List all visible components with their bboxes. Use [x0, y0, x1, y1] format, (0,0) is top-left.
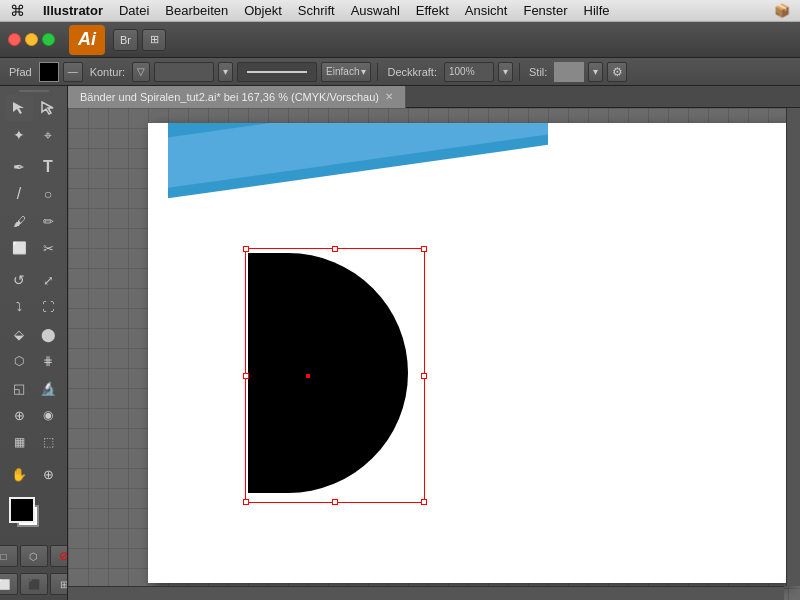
arrange-button[interactable]: ⊞: [142, 29, 166, 51]
half-circle-container: [248, 253, 408, 493]
chevron-down-icon-4: ▾: [593, 66, 598, 77]
separator-2: [519, 63, 520, 81]
shape-builder-tool[interactable]: ⬙: [5, 321, 33, 347]
selection-handle-bottom-center[interactable]: [332, 499, 338, 505]
document-tab[interactable]: Bänder und Spiralen_tut2.ai* bei 167,36 …: [68, 86, 406, 108]
kontur-options-dropdown[interactable]: ▽: [132, 62, 150, 82]
menu-illustrator[interactable]: Illustrator: [35, 3, 111, 18]
eyedropper-tool[interactable]: 🔬: [34, 375, 62, 401]
no-fill-mode-button[interactable]: ⊘: [50, 545, 69, 567]
stil-dropdown[interactable]: ▾: [588, 62, 603, 82]
settings-icon-btn[interactable]: ⚙: [607, 62, 627, 82]
menu-fenster[interactable]: Fenster: [515, 3, 575, 18]
zoom-tool[interactable]: ⊕: [34, 461, 62, 487]
normal-view-button[interactable]: ⬜: [0, 573, 18, 595]
menu-bearbeiten[interactable]: Bearbeiten: [157, 3, 236, 18]
vertical-scrollbar[interactable]: [786, 108, 800, 586]
symbol-sprayer-tool[interactable]: ◉: [34, 402, 62, 428]
stroke-width-input[interactable]: [154, 62, 214, 82]
direct-selection-tool[interactable]: [34, 95, 62, 121]
close-tab-button[interactable]: ✕: [385, 91, 393, 102]
lasso-tool[interactable]: ⌖: [34, 122, 62, 148]
rotate-tool[interactable]: ↺: [5, 267, 33, 293]
scissors-tool[interactable]: ✂: [34, 235, 62, 261]
selection-handle-middle-right[interactable]: [421, 373, 427, 379]
selection-handle-top-right[interactable]: [421, 246, 427, 252]
tool-row-11: ◱ 🔬: [5, 375, 62, 401]
blend-tool[interactable]: ⊕: [5, 402, 33, 428]
opacity-value: 100%: [449, 66, 475, 77]
opacity-input[interactable]: 100%: [444, 62, 494, 82]
stroke-icon-dropdown[interactable]: —: [63, 62, 83, 82]
tool-row-10: ⬡ ⋕: [5, 348, 62, 374]
stil-swatch[interactable]: [554, 62, 584, 82]
paintbrush-tool[interactable]: 🖌: [5, 208, 33, 234]
warp-tool[interactable]: ⤵: [5, 294, 33, 320]
ai-logo: Ai: [69, 25, 105, 55]
canvas-area[interactable]: Bänder und Spiralen_tut2.ai* bei 167,36 …: [68, 86, 800, 600]
maximize-window-button[interactable]: [42, 33, 55, 46]
selection-handle-bottom-left[interactable]: [243, 499, 249, 505]
artboard-tool[interactable]: ⬚: [34, 429, 62, 455]
stroke-width-dropdown[interactable]: ▾: [218, 62, 233, 82]
selection-handle-bottom-right[interactable]: [421, 499, 427, 505]
gradient-tool[interactable]: ◱: [5, 375, 33, 401]
stroke-style-dropdown[interactable]: Einfach ▾: [321, 62, 371, 82]
pencil-icon: ✏: [43, 214, 54, 229]
scale-tool[interactable]: ⤢: [34, 267, 62, 293]
stroke-preview: [237, 62, 317, 82]
magic-wand-tool[interactable]: ✦: [5, 122, 33, 148]
menu-objekt[interactable]: Objekt: [236, 3, 290, 18]
selection-tool[interactable]: [5, 95, 33, 121]
scale-icon: ⤢: [43, 273, 54, 288]
live-paint-tool[interactable]: ⬤: [34, 321, 62, 347]
pen-tool[interactable]: ✒: [5, 154, 33, 180]
free-transform-tool[interactable]: ⛶: [34, 294, 62, 320]
eraser-tool[interactable]: ⬜: [5, 235, 33, 261]
main-area: ✦ ⌖ ✒ T / ○ 🖌: [0, 86, 800, 600]
magic-wand-icon: ✦: [13, 127, 25, 143]
paintbrush-icon: 🖌: [13, 214, 26, 229]
selection-handle-top-left[interactable]: [243, 246, 249, 252]
presentation-view-button[interactable]: ⊞: [50, 573, 69, 595]
menu-ansicht[interactable]: Ansicht: [457, 3, 516, 18]
horizontal-scrollbar[interactable]: [68, 586, 784, 600]
selection-handle-top-center[interactable]: [332, 246, 338, 252]
fill-mode-button[interactable]: □: [0, 545, 18, 567]
opacity-dropdown[interactable]: ▾: [498, 62, 513, 82]
zoom-icon: ⊕: [43, 467, 54, 482]
line-tool[interactable]: /: [5, 181, 33, 207]
menu-hilfe[interactable]: Hilfe: [576, 3, 618, 18]
fill-swatch[interactable]: [39, 62, 59, 82]
scissors-icon: ✂: [43, 241, 54, 256]
menu-datei[interactable]: Datei: [111, 3, 157, 18]
ellipse-tool[interactable]: ○: [34, 181, 62, 207]
fullscreen-view-button[interactable]: ⬛: [20, 573, 48, 595]
toolbar-resize-handle: [6, 90, 62, 92]
mesh-tool[interactable]: ⋕: [34, 348, 62, 374]
stroke-mode-button[interactable]: ⬡: [20, 545, 48, 567]
document-tab-bar: Bänder und Spiralen_tut2.ai* bei 167,36 …: [68, 86, 800, 108]
live-paint-icon: ⬤: [41, 327, 56, 342]
view-mode-buttons: ⬜ ⬛ ⊞: [0, 571, 68, 597]
type-tool[interactable]: T: [34, 154, 62, 180]
column-graph-tool[interactable]: ▦: [5, 429, 33, 455]
tool-row-2: ✦ ⌖: [5, 122, 62, 148]
minimize-window-button[interactable]: [25, 33, 38, 46]
menu-effekt[interactable]: Effekt: [408, 3, 457, 18]
hand-tool[interactable]: ✋: [5, 461, 33, 487]
pencil-tool[interactable]: ✏: [34, 208, 62, 234]
settings-icon: ⚙: [612, 65, 623, 79]
kontur-icon: ▽: [137, 66, 145, 77]
perspective-tool[interactable]: ⬡: [5, 348, 33, 374]
foreground-color-box[interactable]: [9, 497, 35, 523]
color-selector: [9, 497, 59, 537]
close-window-button[interactable]: [8, 33, 21, 46]
gradient-icon: ◱: [13, 381, 25, 396]
opacity-label: Deckkraft:: [384, 66, 440, 78]
apple-menu[interactable]: ⌘: [0, 2, 35, 20]
tool-row-13: ▦ ⬚: [5, 429, 62, 455]
bridge-button[interactable]: Br: [113, 29, 138, 51]
menu-auswahl[interactable]: Auswahl: [343, 3, 408, 18]
menu-schrift[interactable]: Schrift: [290, 3, 343, 18]
